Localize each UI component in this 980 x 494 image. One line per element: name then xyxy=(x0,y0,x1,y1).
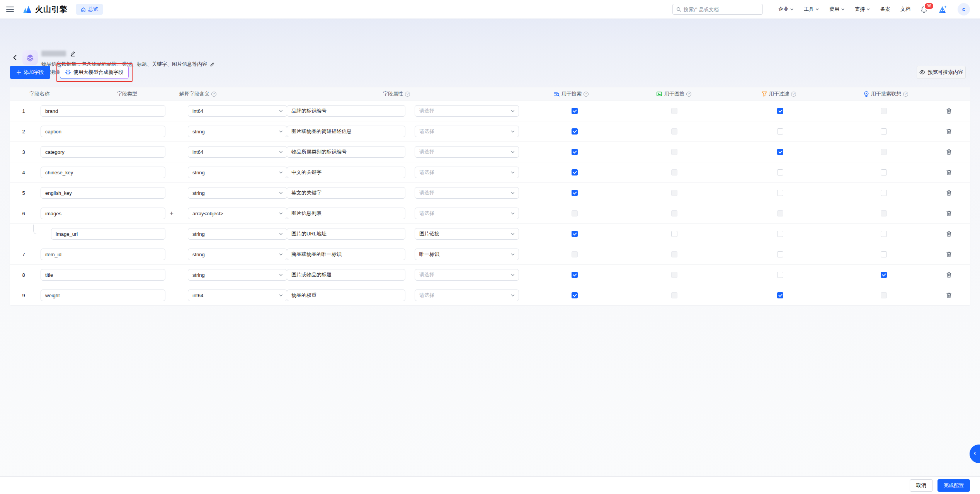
nav-menu-billing[interactable]: 费用 xyxy=(829,6,845,13)
notification-bell[interactable]: 96 xyxy=(920,6,927,13)
delete-field-button[interactable] xyxy=(945,169,952,176)
field-attr-select[interactable]: 请选择 xyxy=(415,167,519,178)
confirm-config-button[interactable]: 完成配置 xyxy=(937,479,970,492)
filter-checkbox[interactable] xyxy=(777,169,783,175)
help-icon[interactable]: ? xyxy=(584,92,589,97)
field-name-input[interactable] xyxy=(41,208,165,219)
field-type-select[interactable]: string xyxy=(188,167,287,178)
field-attr-select[interactable]: 请选择 xyxy=(415,269,519,281)
field-attr-select[interactable]: 请选择 xyxy=(415,187,519,199)
help-icon[interactable]: ? xyxy=(791,92,796,97)
search-checkbox[interactable] xyxy=(572,149,578,155)
help-icon[interactable]: ? xyxy=(211,92,216,97)
field-name-input[interactable] xyxy=(51,228,165,240)
nav-menu-icp[interactable]: 备案 xyxy=(880,6,890,13)
cancel-button[interactable]: 取消 xyxy=(910,479,933,492)
field-meaning-input[interactable] xyxy=(287,105,405,117)
delete-field-button[interactable] xyxy=(945,251,952,258)
delete-field-button[interactable] xyxy=(945,148,952,155)
suggest-checkbox[interactable] xyxy=(881,128,887,135)
add-field-button[interactable]: 添加字段 xyxy=(10,66,50,79)
field-name-input[interactable] xyxy=(41,167,165,178)
help-icon[interactable]: ? xyxy=(686,92,691,97)
add-child-field-button[interactable]: + xyxy=(168,210,175,217)
field-meaning-input[interactable] xyxy=(287,187,405,199)
field-meaning-input[interactable] xyxy=(287,269,405,281)
filter-checkbox[interactable] xyxy=(777,272,783,278)
search-checkbox[interactable] xyxy=(572,108,578,114)
suggest-checkbox[interactable] xyxy=(881,169,887,175)
search-checkbox[interactable] xyxy=(572,231,578,237)
filter-checkbox[interactable] xyxy=(777,128,783,135)
field-attr-select[interactable]: 请选择 xyxy=(415,105,519,117)
field-type-select[interactable]: array<object> xyxy=(188,208,287,219)
field-meaning-input[interactable] xyxy=(287,126,405,137)
suggest-checkbox[interactable] xyxy=(881,272,887,278)
field-attr-select[interactable]: 请选择 xyxy=(415,208,519,219)
delete-field-button[interactable] xyxy=(945,292,952,299)
field-name-input[interactable] xyxy=(41,126,165,137)
field-name-input[interactable] xyxy=(41,249,165,260)
delete-field-button[interactable] xyxy=(945,128,952,135)
field-meaning-input[interactable] xyxy=(287,167,405,178)
delete-field-button[interactable] xyxy=(945,271,952,278)
ai-generate-field-button[interactable]: 使用大模型合成新字段 xyxy=(60,66,129,79)
volcengine-logo[interactable]: 火山引擎 xyxy=(22,4,68,15)
suggest-checkbox[interactable] xyxy=(881,190,887,196)
preview-searchable-button[interactable]: 预览可搜索内容 xyxy=(917,66,966,79)
field-name-input[interactable] xyxy=(41,290,165,301)
search-checkbox[interactable] xyxy=(572,128,578,135)
field-name-input[interactable] xyxy=(41,187,165,199)
field-attr-select[interactable]: 请选择 xyxy=(415,146,519,158)
suggest-checkbox[interactable] xyxy=(881,231,887,237)
field-type-select[interactable]: string xyxy=(188,187,287,199)
overview-chip[interactable]: 总览 xyxy=(76,4,103,15)
suggest-checkbox[interactable] xyxy=(881,251,887,257)
edit-title-pencil-icon[interactable] xyxy=(70,51,76,56)
field-meaning-input[interactable] xyxy=(287,290,405,301)
filter-checkbox[interactable] xyxy=(777,231,783,237)
delete-field-button[interactable] xyxy=(945,210,952,217)
field-meaning-input[interactable] xyxy=(287,249,405,260)
nav-menu-tools[interactable]: 工具 xyxy=(804,6,819,13)
back-icon[interactable] xyxy=(12,54,19,61)
filter-checkbox[interactable] xyxy=(777,108,783,114)
user-avatar[interactable]: c xyxy=(958,3,970,15)
ai-assistant-icon[interactable] xyxy=(937,5,948,14)
field-meaning-input[interactable] xyxy=(287,208,405,219)
help-icon[interactable]: ? xyxy=(903,92,908,97)
field-type-select[interactable]: int64 xyxy=(188,146,287,158)
edit-description-pencil-icon[interactable] xyxy=(210,62,215,67)
field-type-select[interactable]: string xyxy=(188,126,287,137)
field-name-input[interactable] xyxy=(41,146,165,158)
field-meaning-input[interactable] xyxy=(287,146,405,158)
search-checkbox[interactable] xyxy=(572,190,578,196)
field-type-select[interactable]: int64 xyxy=(188,105,287,117)
filter-checkbox[interactable] xyxy=(777,190,783,196)
field-name-input[interactable] xyxy=(41,269,165,281)
search-checkbox[interactable] xyxy=(572,169,578,175)
field-type-select[interactable]: int64 xyxy=(188,290,287,301)
search-checkbox[interactable] xyxy=(572,272,578,278)
filter-checkbox[interactable] xyxy=(777,251,783,257)
field-attr-select[interactable]: 唯一标识 xyxy=(415,249,519,260)
filter-checkbox[interactable] xyxy=(777,292,783,298)
field-type-select[interactable]: string xyxy=(188,269,287,281)
delete-field-button[interactable] xyxy=(945,230,952,237)
field-attr-select[interactable]: 图片链接 xyxy=(415,228,519,240)
field-type-select[interactable]: string xyxy=(188,249,287,260)
nav-menu-support[interactable]: 支持 xyxy=(855,6,870,13)
nav-menu-enterprise[interactable]: 企业 xyxy=(778,6,794,13)
hamburger-menu-icon[interactable] xyxy=(6,7,14,12)
product-search-input[interactable] xyxy=(684,7,759,12)
field-meaning-input[interactable] xyxy=(287,228,405,240)
delete-field-button[interactable] xyxy=(945,189,952,196)
product-search-box[interactable] xyxy=(672,4,763,15)
field-type-select[interactable]: string xyxy=(188,228,287,240)
help-icon[interactable]: ? xyxy=(405,92,410,97)
nav-menu-docs[interactable]: 文档 xyxy=(900,6,910,13)
field-name-input[interactable] xyxy=(41,105,165,117)
image-search-checkbox[interactable] xyxy=(671,231,677,237)
delete-field-button[interactable] xyxy=(945,107,952,114)
search-checkbox[interactable] xyxy=(572,292,578,298)
